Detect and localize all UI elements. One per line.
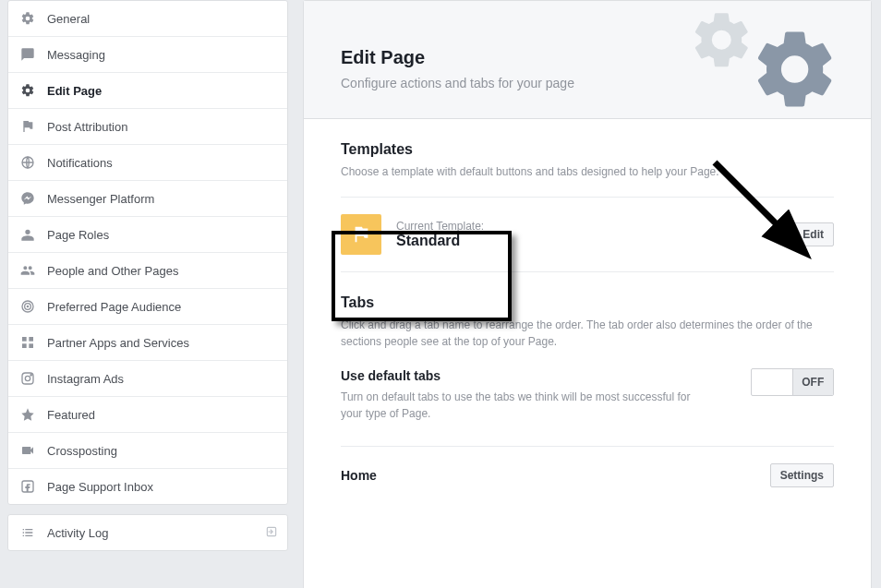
sidebar-item-people-pages[interactable]: People and Other Pages <box>8 253 287 289</box>
messenger-icon <box>19 190 36 207</box>
current-template-label: Current Template: <box>396 220 484 233</box>
gear-icon <box>19 10 36 27</box>
templates-desc: Choose a template with default buttons a… <box>341 163 834 180</box>
sidebar-item-featured[interactable]: Featured <box>8 397 287 433</box>
nav-label: Notifications <box>47 156 113 170</box>
sidebar-item-instagram-ads[interactable]: Instagram Ads <box>8 361 287 397</box>
default-tabs-toggle[interactable]: OFF <box>751 368 834 396</box>
sidebar: General Messaging Edit Page Post Attribu… <box>0 0 296 588</box>
nav-label: General <box>47 12 90 26</box>
sidebar-item-post-attribution[interactable]: Post Attribution <box>8 109 287 145</box>
people-icon <box>19 262 36 279</box>
svg-point-3 <box>27 306 28 306</box>
svg-point-10 <box>30 375 31 376</box>
svg-rect-5 <box>29 337 33 342</box>
svg-rect-7 <box>29 343 33 348</box>
target-icon <box>19 298 36 315</box>
settings-nav: General Messaging Edit Page Post Attribu… <box>7 0 288 505</box>
sidebar-item-messenger-platform[interactable]: Messenger Platform <box>8 181 287 217</box>
tabs-desc: Click and drag a tab name to rearrange t… <box>341 317 834 350</box>
star-icon <box>19 406 36 423</box>
toggle-off-label: OFF <box>792 369 834 395</box>
nav-label: Edit Page <box>47 84 102 98</box>
tab-settings-button[interactable]: Settings <box>770 463 834 487</box>
svg-rect-6 <box>22 343 27 348</box>
sidebar-item-crossposting[interactable]: Crossposting <box>8 433 287 469</box>
person-icon <box>19 226 36 243</box>
nav-label: People and Other Pages <box>47 264 178 278</box>
list-icon <box>19 524 36 541</box>
facebook-icon <box>19 478 36 495</box>
default-tabs-row: Use default tabs Turn on default tabs to… <box>341 350 834 422</box>
default-tabs-heading: Use default tabs <box>341 368 714 383</box>
decorative-gears-icon <box>686 1 843 128</box>
sidebar-item-page-support-inbox[interactable]: Page Support Inbox <box>8 469 287 504</box>
nav-label: Featured <box>47 408 95 422</box>
nav-label: Page Roles <box>47 228 109 242</box>
sidebar-item-page-roles[interactable]: Page Roles <box>8 217 287 253</box>
nav-label: Post Attribution <box>47 120 127 134</box>
nav-label: Crossposting <box>47 444 117 458</box>
sidebar-item-messaging[interactable]: Messaging <box>8 37 287 73</box>
sidebar-item-general[interactable]: General <box>8 1 287 37</box>
sidebar-item-notifications[interactable]: Notifications <box>8 145 287 181</box>
flag-icon <box>19 118 36 135</box>
nav-label: Messaging <box>47 48 105 62</box>
svg-point-9 <box>25 376 30 380</box>
nav-label: Instagram Ads <box>47 372 124 386</box>
flag-icon <box>341 214 381 255</box>
grid-icon <box>19 334 36 351</box>
sidebar-item-partner-apps[interactable]: Partner Apps and Services <box>8 325 287 361</box>
sidebar-item-edit-page[interactable]: Edit Page <box>8 73 287 109</box>
nav-label: Preferred Page Audience <box>47 300 181 314</box>
default-tabs-desc: Turn on default tabs to use the tabs we … <box>341 389 714 422</box>
chat-icon <box>19 46 36 63</box>
tabs-section: Tabs Click and drag a tab name to rearra… <box>304 272 871 504</box>
svg-rect-4 <box>22 337 27 342</box>
gear-icon <box>19 82 36 99</box>
activity-log-label: Activity Log <box>47 526 108 540</box>
tab-row-home[interactable]: Home Settings <box>341 446 834 504</box>
current-template-name: Standard <box>396 233 484 249</box>
globe-icon <box>19 154 36 171</box>
tab-home-label: Home <box>341 468 770 483</box>
current-template-row: Current Template: Standard Edit <box>341 197 834 272</box>
video-icon <box>19 442 36 459</box>
instagram-icon <box>19 370 36 387</box>
edit-template-button[interactable]: Edit <box>792 222 834 246</box>
nav-label: Messenger Platform <box>47 192 154 206</box>
templates-section: Templates Choose a template with default… <box>304 119 871 272</box>
tabs-heading: Tabs <box>341 294 834 311</box>
main-panel: Edit Page Configure actions and tabs for… <box>296 0 881 588</box>
nav-label: Page Support Inbox <box>47 480 153 494</box>
panel-header: Edit Page Configure actions and tabs for… <box>304 1 871 119</box>
enter-icon <box>265 525 278 541</box>
templates-heading: Templates <box>341 141 834 158</box>
activity-log-button[interactable]: Activity Log <box>7 514 288 551</box>
nav-label: Partner Apps and Services <box>47 336 189 350</box>
sidebar-item-preferred-audience[interactable]: Preferred Page Audience <box>8 289 287 325</box>
